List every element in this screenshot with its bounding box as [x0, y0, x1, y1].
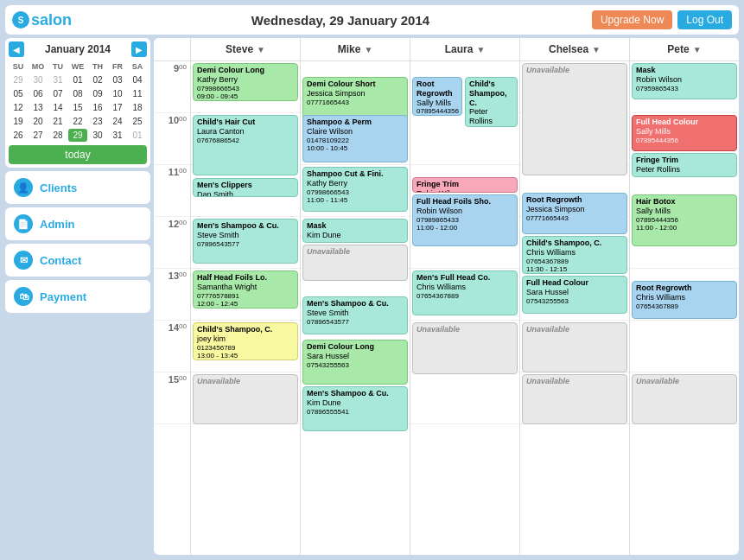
cal-day-fr: FR	[108, 60, 127, 73]
appt-title: Child's Hair Cut	[197, 118, 294, 127]
today-button[interactable]: today	[9, 145, 147, 164]
contact-icon: ✉	[14, 251, 33, 270]
appt-phone: 07543255563	[526, 297, 623, 306]
cal-day-cell[interactable]: 10	[108, 87, 127, 100]
appt-steve-6[interactable]: Child's Shampoo, C. joey kim 0123456789 …	[193, 322, 298, 360]
appt-mike-2[interactable]: Shampoo & Perm Claire Wilson 01478109222…	[302, 115, 408, 162]
cal-day-cell[interactable]: 04	[128, 73, 147, 86]
cal-day-cell[interactable]: 21	[48, 115, 67, 128]
cal-day-cell[interactable]: 30	[88, 129, 107, 142]
cal-day-cell[interactable]: 25	[128, 115, 147, 128]
cal-day-cell[interactable]: 28	[48, 129, 67, 142]
appt-pete-3[interactable]: Hair Botox Sally Mills 07895444356 11:00…	[632, 194, 737, 246]
cal-day-cell[interactable]: 11	[128, 87, 147, 100]
cal-day-today[interactable]: 29	[68, 129, 87, 142]
appt-chelsea-3[interactable]: Full Head Colour Sara Hussel 07543255563	[522, 276, 627, 314]
cal-day-cell[interactable]: 29	[9, 73, 28, 86]
pete-dropdown-icon[interactable]: ▼	[693, 45, 702, 54]
cal-day-cell[interactable]: 24	[108, 115, 127, 128]
appt-phone: 07896555541	[307, 408, 404, 417]
cal-day-cell[interactable]: 09	[88, 87, 107, 100]
appt-laura-fringe[interactable]: Fringe Trim Robin Wilson	[412, 177, 518, 193]
cal-day-cell[interactable]: 22	[68, 115, 87, 128]
contact-button[interactable]: ✉ Contact	[5, 244, 150, 277]
staff-col-steve: Steve ▼	[190, 38, 300, 60]
appt-chelsea-2[interactable]: Child's Shampoo, C. Chris Williams 07654…	[522, 236, 627, 274]
mike-dropdown-icon[interactable]: ▼	[364, 45, 372, 54]
cal-prev-button[interactable]: ◀	[9, 41, 24, 57]
cal-day-cell[interactable]: 23	[88, 115, 107, 128]
laura-dropdown-icon[interactable]: ▼	[476, 45, 485, 54]
cal-day-cell[interactable]: 12	[9, 101, 28, 114]
appt-name: Samantha Wright	[197, 283, 294, 292]
appt-name: Sally Mills	[636, 127, 733, 137]
cal-day-cell[interactable]: 03	[108, 73, 127, 86]
cal-day-cell[interactable]: 18	[128, 101, 147, 114]
appt-phone: 07543255563	[307, 361, 404, 370]
appt-steve-4[interactable]: Men's Shampoo & Cu. Steve Smith 07896543…	[193, 219, 298, 264]
left-sidebar: ◀ January 2014 ▶ SU MO TU WE TH FR SA 29…	[5, 38, 150, 555]
admin-label: Admin	[40, 218, 74, 231]
appt-title: Unavailable	[526, 325, 623, 334]
appt-laura-3[interactable]: Full Head Foils Sho. Robin Wilson 079898…	[412, 194, 518, 246]
payment-button[interactable]: 🛍 Payment	[5, 280, 150, 313]
cal-day-cell[interactable]: 08	[68, 87, 87, 100]
cal-day-cell[interactable]: 16	[88, 101, 107, 114]
cal-day-cell[interactable]: 02	[88, 73, 107, 86]
appt-laura-4[interactable]: Men's Full Head Co. Chris Williams 07654…	[412, 270, 518, 315]
cal-day-cell[interactable]: 20	[29, 115, 48, 128]
appt-steve-5[interactable]: Half Head Foils Lo. Samantha Wright 0777…	[193, 270, 298, 309]
appt-name: Chris Williams	[417, 283, 513, 292]
logout-button[interactable]: Log Out	[677, 10, 732, 29]
cal-day-cell[interactable]: 31	[108, 129, 127, 142]
cal-day-cell[interactable]: 07	[48, 87, 67, 100]
appt-chelsea-1[interactable]: Root Regrowth Jessica Simpson 0777166544…	[522, 193, 627, 234]
appt-title: Demi Colour Long	[197, 66, 294, 75]
appt-pete-4[interactable]: Root Regrowth Chris Williams 07654367889	[632, 281, 737, 319]
appt-phone: 07959865433	[636, 85, 733, 93]
appt-name: Chris Williams	[636, 293, 733, 302]
cal-day-cell[interactable]: 01	[68, 73, 87, 86]
appt-name: Kathy Berry	[307, 179, 404, 188]
cal-day-cell[interactable]: 19	[9, 115, 28, 128]
cal-day-cell[interactable]: 30	[29, 73, 48, 86]
appt-name: Sally Mills	[636, 207, 733, 216]
cal-day-cell[interactable]: 01	[128, 129, 147, 142]
cal-day-cell[interactable]: 06	[29, 87, 48, 100]
appt-mike-3[interactable]: Shampoo Cut & Fini. Kathy Berry 07998666…	[302, 167, 408, 212]
appt-mike-6[interactable]: Demi Colour Long Sara Hussel 07543255563	[302, 340, 408, 385]
cal-day-cell[interactable]: 15	[68, 101, 87, 114]
appt-steve-2[interactable]: Child's Hair Cut Laura Canton 0767688654…	[193, 115, 298, 175]
cal-day-cell[interactable]: 14	[48, 101, 67, 114]
steve-dropdown-icon[interactable]: ▼	[257, 45, 265, 54]
appt-name: Robin Wilson	[417, 189, 513, 193]
appt-pete-2[interactable]: Full Head Colour Sally Mills 07895444356	[632, 115, 737, 151]
cal-day-sa: SA	[128, 60, 147, 73]
appt-title: Unavailable	[526, 66, 623, 75]
cal-day-cell[interactable]: 27	[29, 129, 48, 142]
appt-title: Demi Colour Long	[307, 342, 404, 352]
appt-mike-5[interactable]: Men's Shampoo & Cu. Steve Smith 07896543…	[302, 296, 408, 334]
appt-steve-1[interactable]: Demi Colour Long Kathy Berry 07998666543…	[193, 63, 298, 101]
cal-day-cell[interactable]: 31	[48, 73, 67, 86]
appt-phone: 07895444356	[417, 107, 458, 116]
appt-pete-fringe[interactable]: Fringe Trim Peter Rollins	[632, 153, 737, 177]
cal-next-button[interactable]: ▶	[131, 41, 147, 57]
appt-mike-7[interactable]: Men's Shampoo & Cu. Kim Dune 07896555541	[302, 386, 408, 431]
appt-mike-4[interactable]: Mask Kim Dune	[302, 219, 408, 243]
cal-day-cell[interactable]: 05	[9, 87, 28, 100]
appt-steve-3[interactable]: Men's Clippers Dan Smith	[193, 178, 298, 197]
cal-body[interactable]: 900 1000 1100 1200 1300 1400 1500	[154, 61, 739, 555]
appt-pete-1[interactable]: Mask Robin Wilson 07959865433	[632, 63, 737, 99]
clients-button[interactable]: 👤 Clients	[5, 171, 150, 204]
chelsea-dropdown-icon[interactable]: ▼	[592, 45, 601, 54]
appt-title: Mask	[636, 66, 733, 75]
cal-day-cell[interactable]: 13	[29, 101, 48, 114]
appt-mike-1[interactable]: Demi Colour Short Jessica Simpson 077716…	[302, 77, 408, 120]
upgrade-button[interactable]: Upgrade Now	[592, 10, 672, 29]
appt-laura-1[interactable]: Root Regrowth Sally Mills 07895444356 09…	[412, 77, 462, 116]
admin-button[interactable]: 📄 Admin	[5, 207, 150, 240]
cal-day-cell[interactable]: 17	[108, 101, 127, 114]
appt-laura-2[interactable]: Child's Shampoo, C. Peter Rollins 070765…	[465, 77, 518, 127]
cal-day-cell[interactable]: 26	[9, 129, 28, 142]
